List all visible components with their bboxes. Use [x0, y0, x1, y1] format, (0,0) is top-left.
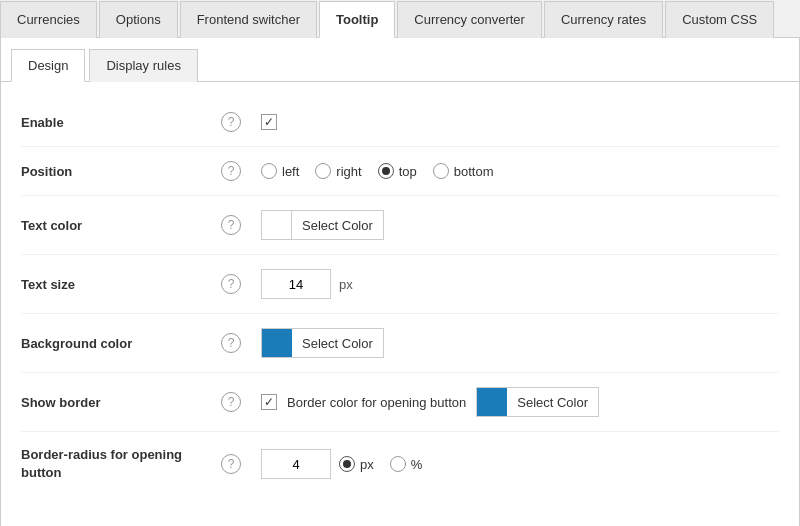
- bg-color-help-icon[interactable]: ?: [221, 333, 241, 353]
- show-border-control: Border color for opening button Select C…: [261, 387, 779, 417]
- text-color-help: ?: [221, 215, 261, 235]
- sub-tab-display-rules[interactable]: Display rules: [89, 49, 197, 82]
- border-radius-label: Border-radius for opening button: [21, 446, 221, 482]
- radio-bottom-label: bottom: [454, 164, 494, 179]
- position-help-icon[interactable]: ?: [221, 161, 241, 181]
- enable-checkbox[interactable]: [261, 114, 277, 130]
- border-radius-control: px %: [261, 449, 779, 479]
- content-area: Design Display rules Enable ? Position ?: [0, 38, 800, 526]
- text-color-btn-label: Select Color: [292, 218, 383, 233]
- border-radius-unit-group: px %: [339, 456, 422, 472]
- text-color-label: Text color: [21, 218, 221, 233]
- bg-color-label: Background color: [21, 336, 221, 351]
- radio-px-circle[interactable]: [339, 456, 355, 472]
- tab-currency-rates[interactable]: Currency rates: [544, 1, 663, 38]
- enable-control: [261, 114, 779, 130]
- text-size-label: Text size: [21, 277, 221, 292]
- tab-frontend-switcher[interactable]: Frontend switcher: [180, 1, 317, 38]
- bg-color-row: Background color ? Select Color: [21, 314, 779, 373]
- border-color-swatch: [477, 387, 507, 417]
- position-radio-top[interactable]: top: [378, 163, 417, 179]
- position-help: ?: [221, 161, 261, 181]
- border-color-label: Border color for opening button: [287, 395, 466, 410]
- bg-color-control: Select Color: [261, 328, 779, 358]
- border-color-btn-label: Select Color: [507, 395, 598, 410]
- radio-bottom-circle[interactable]: [433, 163, 449, 179]
- text-color-swatch: [262, 210, 292, 240]
- text-size-unit: px: [339, 277, 353, 292]
- radio-right-label: right: [336, 164, 361, 179]
- border-radius-percent[interactable]: %: [390, 456, 423, 472]
- show-border-label: Show border: [21, 395, 221, 410]
- border-radius-px[interactable]: px: [339, 456, 374, 472]
- position-label: Position: [21, 164, 221, 179]
- radio-percent-label: %: [411, 457, 423, 472]
- tab-custom-css[interactable]: Custom CSS: [665, 1, 774, 38]
- enable-help: ?: [221, 112, 261, 132]
- show-border-help-icon[interactable]: ?: [221, 392, 241, 412]
- border-radius-row: Border-radius for opening button ? px %: [21, 432, 779, 496]
- position-radio-right[interactable]: right: [315, 163, 361, 179]
- text-color-help-icon[interactable]: ?: [221, 215, 241, 235]
- show-border-row: Show border ? Border color for opening b…: [21, 373, 779, 432]
- text-size-control: px: [261, 269, 779, 299]
- position-radio-left[interactable]: left: [261, 163, 299, 179]
- text-color-control: Select Color: [261, 210, 779, 240]
- radio-right-circle[interactable]: [315, 163, 331, 179]
- radio-top-label: top: [399, 164, 417, 179]
- border-color-picker[interactable]: Select Color: [476, 387, 599, 417]
- tab-currencies[interactable]: Currencies: [0, 1, 97, 38]
- top-tab-bar: Currencies Options Frontend switcher Too…: [0, 0, 800, 38]
- radio-left-label: left: [282, 164, 299, 179]
- sub-tab-design[interactable]: Design: [11, 49, 85, 82]
- position-control: left right top bottom: [261, 163, 779, 179]
- form-area: Enable ? Position ? left: [1, 82, 799, 512]
- show-border-help: ?: [221, 392, 261, 412]
- tab-tooltip[interactable]: Tooltip: [319, 1, 395, 38]
- radio-percent-circle[interactable]: [390, 456, 406, 472]
- text-color-picker[interactable]: Select Color: [261, 210, 384, 240]
- radio-top-circle[interactable]: [378, 163, 394, 179]
- bg-color-picker[interactable]: Select Color: [261, 328, 384, 358]
- position-row: Position ? left right top: [21, 147, 779, 196]
- text-size-help: ?: [221, 274, 261, 294]
- border-radius-help: ?: [221, 454, 261, 474]
- enable-row: Enable ?: [21, 98, 779, 147]
- text-color-row: Text color ? Select Color: [21, 196, 779, 255]
- border-row-extra: Border color for opening button Select C…: [261, 387, 779, 417]
- position-radio-group: left right top bottom: [261, 163, 493, 179]
- enable-help-icon[interactable]: ?: [221, 112, 241, 132]
- tab-options[interactable]: Options: [99, 1, 178, 38]
- enable-label: Enable: [21, 115, 221, 130]
- text-size-input[interactable]: [261, 269, 331, 299]
- bg-color-help: ?: [221, 333, 261, 353]
- tab-currency-converter[interactable]: Currency converter: [397, 1, 542, 38]
- border-radius-input[interactable]: [261, 449, 331, 479]
- show-border-checkbox[interactable]: [261, 394, 277, 410]
- bg-color-swatch: [262, 328, 292, 358]
- text-size-row: Text size ? px: [21, 255, 779, 314]
- radio-px-label: px: [360, 457, 374, 472]
- bg-color-btn-label: Select Color: [292, 336, 383, 351]
- sub-tab-bar: Design Display rules: [1, 38, 799, 82]
- border-radius-help-icon[interactable]: ?: [221, 454, 241, 474]
- position-radio-bottom[interactable]: bottom: [433, 163, 494, 179]
- text-size-help-icon[interactable]: ?: [221, 274, 241, 294]
- radio-left-circle[interactable]: [261, 163, 277, 179]
